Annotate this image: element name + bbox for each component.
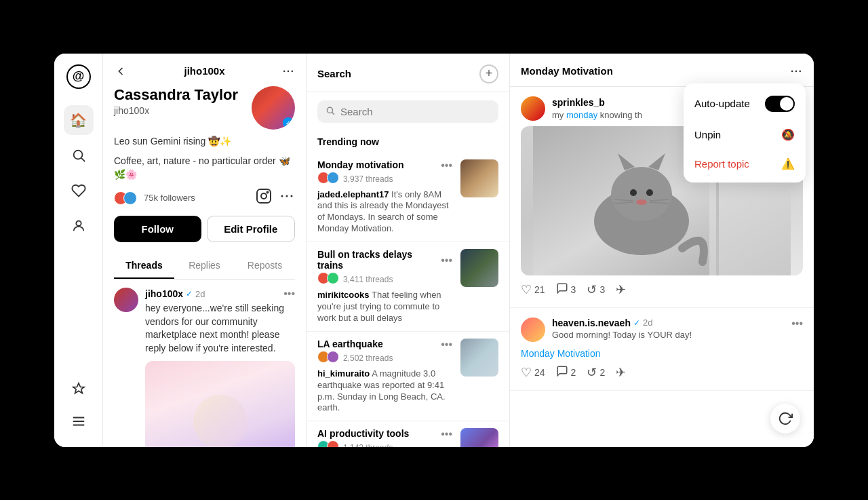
- trend-more-3[interactable]: •••: [441, 339, 452, 351]
- feed-avatar-2: [521, 318, 545, 342]
- comment-icon-2: [556, 365, 568, 381]
- trend-more-1[interactable]: •••: [441, 159, 452, 172]
- svg-point-15: [327, 107, 332, 113]
- sidebar-profile-icon[interactable]: [64, 211, 94, 241]
- trend-count-4: 1,142 threads: [343, 443, 393, 446]
- thread-username: jiho100x: [145, 288, 183, 299]
- svg-point-0: [73, 150, 82, 159]
- back-button[interactable]: [114, 64, 127, 78]
- share-action-1[interactable]: ✈: [616, 282, 626, 297]
- svg-point-30: [636, 199, 647, 205]
- refresh-button[interactable]: [770, 404, 800, 434]
- like-action-1[interactable]: ♡ 21: [521, 282, 545, 297]
- profile-avatar: ✓: [252, 86, 295, 130]
- sidebar: @ 🏠: [54, 54, 103, 447]
- feed-item-2-header: heaven.is.nevaeh ✓ 2d Good morning! Toda…: [521, 318, 803, 342]
- profile-name: Cassandra Taylor: [114, 86, 238, 104]
- auto-update-toggle[interactable]: [765, 96, 795, 112]
- trend-image-1: [460, 159, 498, 197]
- instagram-icon[interactable]: [256, 188, 272, 208]
- repost-count-2: 2: [599, 367, 605, 378]
- toggle-knob: [780, 97, 793, 111]
- auto-update-item[interactable]: Auto-update: [684, 88, 806, 120]
- thread-avatar: [114, 288, 138, 312]
- auto-update-label: Auto-update: [694, 98, 750, 109]
- profile-actions: Follow Edit Profile: [114, 216, 295, 242]
- monday-motivation-tag[interactable]: Monday Motivation: [521, 348, 601, 359]
- tab-threads[interactable]: Threads: [114, 253, 174, 279]
- thread-more-button[interactable]: •••: [283, 288, 295, 300]
- svg-point-8: [292, 70, 294, 72]
- edit-profile-button[interactable]: Edit Profile: [207, 216, 296, 242]
- svg-point-25: [611, 167, 672, 221]
- tab-replies[interactable]: Replies: [174, 253, 235, 279]
- comment-count-1: 3: [571, 284, 576, 295]
- add-button[interactable]: +: [479, 64, 498, 83]
- sidebar-search-icon[interactable]: [64, 140, 94, 170]
- svg-line-16: [332, 112, 334, 114]
- comment-action-2[interactable]: 2: [556, 365, 576, 381]
- svg-point-29: [646, 189, 653, 196]
- feed-username-2: heaven.is.nevaeh: [552, 318, 631, 328]
- more-meta-icon[interactable]: [279, 188, 295, 208]
- sidebar-menu-icon[interactable]: [64, 406, 94, 436]
- search-input-wrap: [317, 100, 498, 123]
- unpin-label: Unpin: [694, 129, 721, 140]
- sidebar-heart-icon[interactable]: [64, 176, 94, 206]
- trend-preview-2: mirikitcooks That feeling when you're ju…: [317, 290, 452, 324]
- profile-more-button[interactable]: [281, 64, 295, 78]
- profile-username: jiho100x: [114, 105, 238, 116]
- follow-button[interactable]: Follow: [114, 216, 201, 242]
- sidebar-home-icon[interactable]: 🏠: [64, 105, 94, 135]
- profile-bio-line2: Coffee, art, nature - no particular orde…: [114, 155, 295, 181]
- comment-count-2: 2: [571, 367, 576, 378]
- search-input[interactable]: [340, 106, 490, 117]
- repost-action-1[interactable]: ↺ 3: [587, 282, 605, 297]
- search-magnifier-icon: [326, 106, 335, 117]
- profile-panel: jiho100x Cassandra Taylor jiho100x ✓ Leo…: [103, 54, 307, 447]
- search-panel-header: Search +: [307, 54, 509, 92]
- trend-more-2[interactable]: •••: [441, 254, 452, 267]
- feed-more-2[interactable]: •••: [791, 318, 803, 330]
- report-label: Report topic: [694, 158, 749, 170]
- profile-panel-header: jiho100x: [103, 54, 306, 86]
- share-action-2[interactable]: ✈: [616, 365, 626, 380]
- monday-panel-header: Monday Motivation Auto-update Unpin 🔕 Re…: [510, 54, 814, 87]
- trend-preview-3: hi_kimuraito A magnitude 3.0 earthquake …: [317, 368, 452, 415]
- trend-title-4: AI productivity tools: [317, 428, 409, 439]
- monday-more-button[interactable]: [789, 64, 803, 78]
- thread-text: hey everyone...we're still seeking vendo…: [145, 302, 295, 355]
- comment-action-1[interactable]: 3: [556, 282, 576, 298]
- like-action-2[interactable]: ♡ 24: [521, 365, 545, 380]
- feed-actions-2: ♡ 24 2 ↺ 2 ✈: [521, 365, 803, 381]
- app-logo: @: [66, 64, 91, 89]
- monday-panel-title: Monday Motivation: [521, 65, 613, 77]
- thread-time: 2d: [195, 289, 205, 299]
- profile-tabs: Threads Replies Reposts: [114, 253, 295, 280]
- repost-count-1: 3: [599, 284, 605, 295]
- thread-content: jiho100x ✓ 2d ••• hey everyone...we're s…: [145, 288, 295, 446]
- svg-line-1: [81, 158, 85, 161]
- trend-item-4: AI productivity tools ••• 1,142 threads …: [307, 421, 509, 446]
- trend-image-2: [460, 249, 498, 287]
- report-topic-item[interactable]: Report topic ⚠️: [684, 149, 806, 178]
- unpin-item[interactable]: Unpin 🔕: [684, 120, 806, 149]
- trending-header: Trending now: [307, 131, 509, 153]
- heart-icon-2: ♡: [521, 365, 532, 380]
- repost-action-2[interactable]: ↺ 2: [587, 365, 605, 380]
- feed-verified-2: ✓: [633, 318, 640, 328]
- feed-avatar-1: [521, 96, 545, 121]
- dropdown-menu: Auto-update Unpin 🔕 Report topic ⚠️: [684, 83, 806, 182]
- like-count-2: 24: [534, 367, 545, 378]
- tab-reposts[interactable]: Reposts: [235, 253, 295, 279]
- trend-more-4[interactable]: •••: [441, 428, 452, 440]
- profile-content: Cassandra Taylor jiho100x ✓ Leo sun Gemi…: [103, 86, 306, 447]
- share-icon-2: ✈: [616, 365, 626, 380]
- svg-point-6: [283, 70, 285, 72]
- svg-point-19: [800, 70, 802, 72]
- trend-preview-1: jaded.elephant17 It's only 8AM and this …: [317, 189, 452, 235]
- sidebar-pin-icon[interactable]: [64, 374, 94, 404]
- svg-point-13: [286, 195, 288, 197]
- trend-count-1: 3,937 threads: [343, 174, 393, 184]
- svg-point-7: [288, 70, 290, 72]
